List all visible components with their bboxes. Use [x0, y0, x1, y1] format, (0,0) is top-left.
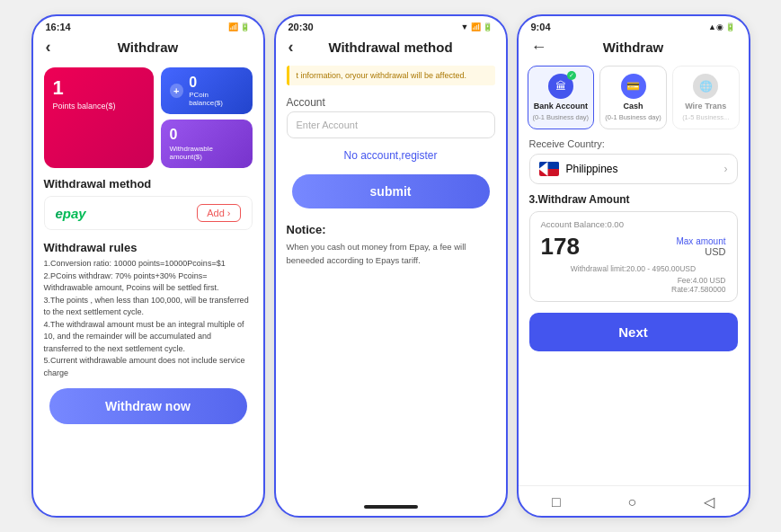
back-icon[interactable]: ‹ — [46, 38, 51, 57]
screen3-status-icons: ▲◉ 🔋 — [708, 22, 735, 31]
screen2-status-icons: ▼ 📶 🔋 — [461, 22, 493, 31]
screen3-title: Withdraw — [603, 40, 663, 55]
nav-home-icon[interactable]: □ — [552, 494, 561, 510]
balance-label: Account Balance:0.00 — [541, 219, 726, 229]
epay-row: epay Add › — [44, 196, 253, 230]
wire-method-sub: (1-5 Business... — [682, 113, 729, 121]
points-label: Points balance($) — [53, 102, 145, 111]
withdrawable-card: 0 Withdrawable amount($) — [161, 120, 253, 168]
screen2-status-bar: 20:30 ▼ 📶 🔋 — [276, 16, 506, 34]
wire-icon-circle: 🌐 — [693, 74, 718, 99]
bank-method-name: Bank Account — [534, 102, 588, 111]
next-button[interactable]: Next — [529, 313, 738, 351]
withdrawable-num: 0 — [170, 127, 244, 143]
cash-method-sub: (0-1 Business day) — [605, 113, 661, 121]
screen1-status-bar: 16:14 📶 🔋 — [33, 16, 263, 34]
nav-recent-icon[interactable]: ◁ — [704, 493, 714, 510]
screen3-phone: 9:04 ▲◉ 🔋 ← Withdraw 🏛 ✓ Bank Account (0… — [517, 14, 750, 518]
max-label: Max amount — [676, 236, 725, 246]
register-link[interactable]: No account,register — [276, 146, 506, 171]
cash-icon: 💳 — [626, 80, 640, 93]
withdrawable-label: Withdrawable amount($) — [170, 145, 244, 161]
cash-method-name: Cash — [624, 102, 643, 111]
screen3-status-bar: 9:04 ▲◉ 🔋 — [519, 16, 749, 34]
wire-method-name: Wire Trans — [685, 102, 726, 111]
epay-text2: pay — [63, 206, 86, 221]
wire-transfer-method[interactable]: 🌐 Wire Trans (1-5 Business... — [672, 66, 740, 129]
amount-value[interactable]: 178 — [541, 233, 580, 261]
currency-label: USD — [705, 246, 725, 257]
pcoin-label: PCoin balance($) — [189, 91, 243, 107]
bank-icon: 🏛 — [555, 80, 566, 93]
withdrawal-limit: Withdrawal limit:20.00 - 4950.00USD — [541, 264, 726, 273]
notice-title: Notice: — [276, 217, 506, 240]
screen1-balances: 1 Points balance($) + 0 PCoin balance($)… — [33, 60, 263, 173]
nav-bar: □ ○ ◁ — [519, 485, 749, 516]
country-left: Philippines — [539, 162, 618, 176]
withdrawal-rules-title: Withdrawal rules — [33, 237, 263, 258]
account-label: Account — [276, 91, 506, 111]
bank-account-method[interactable]: 🏛 ✓ Bank Account (0-1 Business day) — [528, 66, 595, 129]
screen3-header: ← Withdraw — [519, 34, 749, 60]
warning-banner: t information, oryour withdrawal will be… — [287, 66, 495, 85]
screen2-title: Withdrawal method — [328, 40, 452, 55]
points-card: 1 Points balance($) — [44, 67, 154, 168]
country-label: Receive Country: — [529, 138, 738, 149]
submit-button[interactable]: submit — [292, 174, 490, 208]
amount-card: Account Balance:0.00 178 Max amount USD … — [529, 211, 738, 302]
screens-container: 16:14 📶 🔋 ‹ Withdraw 1 Points balance($)… — [22, 5, 759, 527]
payment-methods: 🏛 ✓ Bank Account (0-1 Business day) 💳 Ca… — [519, 60, 749, 135]
back-icon-s2[interactable]: ‹ — [288, 38, 294, 57]
amount-section: 3.Withdraw Amount Account Balance:0.00 1… — [519, 188, 749, 306]
bank-icon-circle: 🏛 ✓ — [548, 74, 573, 99]
max-button[interactable]: Max amount USD — [676, 236, 725, 257]
check-badge: ✓ — [567, 71, 576, 80]
account-input[interactable]: Enter Account — [287, 111, 495, 138]
notice-text: When you cash out money from Epay, a fee… — [276, 240, 506, 267]
rate-info: Rate:47.580000 — [541, 285, 726, 294]
epay-text: e — [56, 206, 63, 221]
country-name: Philippines — [566, 163, 618, 175]
pcoin-card: + 0 PCoin balance($) — [161, 67, 253, 114]
amount-row: 178 Max amount USD — [541, 233, 726, 261]
cash-method[interactable]: 💳 Cash (0-1 Business day) — [599, 66, 667, 129]
fee-info: Fee:4.00 USD — [541, 276, 726, 285]
plus-icon[interactable]: + — [170, 84, 184, 98]
chevron-right-icon: › — [724, 163, 728, 175]
add-button[interactable]: Add › — [197, 204, 240, 222]
philippines-flag — [539, 162, 559, 176]
pcoin-num: 0 — [189, 75, 243, 91]
screen1-time: 16:14 — [46, 22, 71, 32]
points-num: 1 — [53, 76, 145, 100]
cash-icon-circle: 💳 — [621, 74, 646, 99]
withdrawal-method-title: Withdrawal method — [33, 173, 263, 196]
screen3-time: 9:04 — [531, 22, 551, 32]
pcoin-info: 0 PCoin balance($) — [189, 75, 243, 107]
screen2-time: 20:30 — [288, 22, 314, 32]
home-indicator — [364, 505, 418, 509]
wire-icon: 🌐 — [699, 80, 713, 93]
withdraw-now-button[interactable]: Withdraw now — [49, 388, 247, 424]
screen1-phone: 16:14 📶 🔋 ‹ Withdraw 1 Points balance($)… — [31, 14, 265, 518]
withdrawal-rules-text: 1.Conversion ratio: 10000 points=10000Pc… — [33, 258, 263, 379]
country-section: Receive Country: Philippines › — [519, 135, 749, 188]
screen1-status-icons: 📶 🔋 — [228, 22, 251, 31]
screen2-header: ‹ Withdrawal method — [276, 34, 506, 60]
screen2-phone: 20:30 ▼ 📶 🔋 ‹ Withdrawal method t inform… — [274, 14, 508, 518]
right-col: + 0 PCoin balance($) 0 Withdrawable amou… — [161, 67, 253, 168]
country-row[interactable]: Philippines › — [529, 154, 738, 184]
screen1-header: ‹ Withdraw — [33, 34, 263, 60]
screen1-title: Withdraw — [118, 40, 178, 55]
nav-back-icon[interactable]: ○ — [627, 494, 636, 510]
back-icon-s3[interactable]: ← — [531, 38, 547, 57]
amount-title: 3.Withdraw Amount — [529, 193, 738, 206]
bank-method-sub: (0-1 Business day) — [533, 113, 590, 121]
epay-logo: epay — [56, 206, 86, 221]
